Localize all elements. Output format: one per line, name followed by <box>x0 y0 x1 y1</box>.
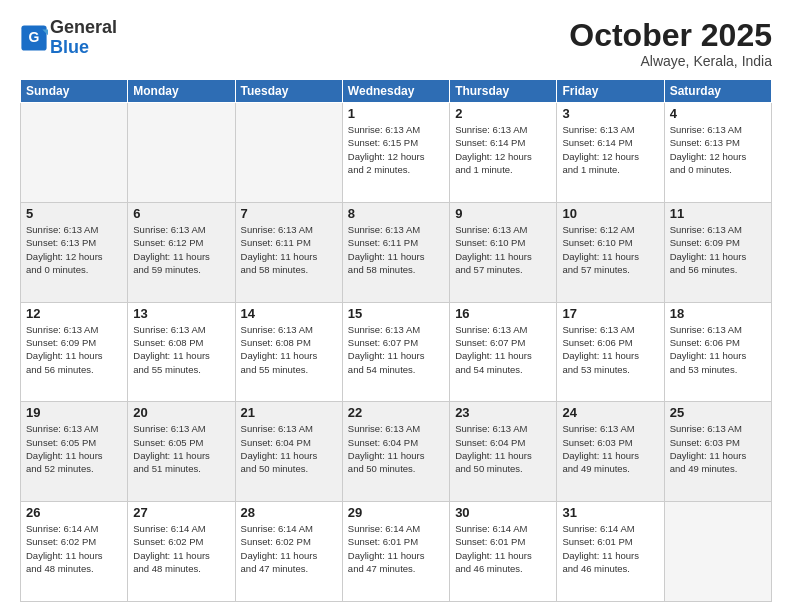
day-number: 29 <box>348 505 444 520</box>
day-number: 16 <box>455 306 551 321</box>
day-info: Sunrise: 6:13 AM Sunset: 6:06 PM Dayligh… <box>562 323 658 376</box>
day-info: Sunrise: 6:13 AM Sunset: 6:06 PM Dayligh… <box>670 323 766 376</box>
day-info: Sunrise: 6:13 AM Sunset: 6:11 PM Dayligh… <box>241 223 337 276</box>
day-info: Sunrise: 6:13 AM Sunset: 6:04 PM Dayligh… <box>455 422 551 475</box>
calendar-cell: 18Sunrise: 6:13 AM Sunset: 6:06 PM Dayli… <box>664 302 771 402</box>
day-number: 13 <box>133 306 229 321</box>
calendar-week-0: 1Sunrise: 6:13 AM Sunset: 6:15 PM Daylig… <box>21 103 772 203</box>
calendar-cell: 26Sunrise: 6:14 AM Sunset: 6:02 PM Dayli… <box>21 502 128 602</box>
day-number: 17 <box>562 306 658 321</box>
calendar-cell: 20Sunrise: 6:13 AM Sunset: 6:05 PM Dayli… <box>128 402 235 502</box>
logo-blue: Blue <box>50 37 89 57</box>
header-sunday: Sunday <box>21 80 128 103</box>
calendar-cell: 2Sunrise: 6:13 AM Sunset: 6:14 PM Daylig… <box>450 103 557 203</box>
calendar-week-1: 5Sunrise: 6:13 AM Sunset: 6:13 PM Daylig… <box>21 202 772 302</box>
calendar-header-row: Sunday Monday Tuesday Wednesday Thursday… <box>21 80 772 103</box>
day-number: 10 <box>562 206 658 221</box>
day-number: 5 <box>26 206 122 221</box>
calendar-cell: 5Sunrise: 6:13 AM Sunset: 6:13 PM Daylig… <box>21 202 128 302</box>
day-number: 6 <box>133 206 229 221</box>
day-number: 12 <box>26 306 122 321</box>
header: G General Blue October 2025 Alwaye, Kera… <box>20 18 772 69</box>
calendar: Sunday Monday Tuesday Wednesday Thursday… <box>20 79 772 602</box>
day-info: Sunrise: 6:13 AM Sunset: 6:09 PM Dayligh… <box>670 223 766 276</box>
day-info: Sunrise: 6:13 AM Sunset: 6:13 PM Dayligh… <box>670 123 766 176</box>
day-number: 28 <box>241 505 337 520</box>
calendar-cell: 31Sunrise: 6:14 AM Sunset: 6:01 PM Dayli… <box>557 502 664 602</box>
calendar-cell: 17Sunrise: 6:13 AM Sunset: 6:06 PM Dayli… <box>557 302 664 402</box>
page: G General Blue October 2025 Alwaye, Kera… <box>0 0 792 612</box>
month-title: October 2025 <box>569 18 772 53</box>
day-number: 19 <box>26 405 122 420</box>
calendar-cell: 16Sunrise: 6:13 AM Sunset: 6:07 PM Dayli… <box>450 302 557 402</box>
day-info: Sunrise: 6:13 AM Sunset: 6:12 PM Dayligh… <box>133 223 229 276</box>
day-info: Sunrise: 6:14 AM Sunset: 6:02 PM Dayligh… <box>241 522 337 575</box>
day-info: Sunrise: 6:13 AM Sunset: 6:09 PM Dayligh… <box>26 323 122 376</box>
calendar-cell: 12Sunrise: 6:13 AM Sunset: 6:09 PM Dayli… <box>21 302 128 402</box>
logo: G General Blue <box>20 18 117 58</box>
day-info: Sunrise: 6:13 AM Sunset: 6:14 PM Dayligh… <box>562 123 658 176</box>
day-info: Sunrise: 6:13 AM Sunset: 6:07 PM Dayligh… <box>455 323 551 376</box>
calendar-cell: 7Sunrise: 6:13 AM Sunset: 6:11 PM Daylig… <box>235 202 342 302</box>
calendar-cell: 25Sunrise: 6:13 AM Sunset: 6:03 PM Dayli… <box>664 402 771 502</box>
day-number: 3 <box>562 106 658 121</box>
day-info: Sunrise: 6:14 AM Sunset: 6:02 PM Dayligh… <box>133 522 229 575</box>
day-number: 20 <box>133 405 229 420</box>
day-number: 14 <box>241 306 337 321</box>
day-number: 25 <box>670 405 766 420</box>
day-number: 4 <box>670 106 766 121</box>
day-info: Sunrise: 6:13 AM Sunset: 6:15 PM Dayligh… <box>348 123 444 176</box>
calendar-cell: 15Sunrise: 6:13 AM Sunset: 6:07 PM Dayli… <box>342 302 449 402</box>
calendar-cell: 8Sunrise: 6:13 AM Sunset: 6:11 PM Daylig… <box>342 202 449 302</box>
calendar-cell: 28Sunrise: 6:14 AM Sunset: 6:02 PM Dayli… <box>235 502 342 602</box>
calendar-cell: 19Sunrise: 6:13 AM Sunset: 6:05 PM Dayli… <box>21 402 128 502</box>
day-info: Sunrise: 6:13 AM Sunset: 6:03 PM Dayligh… <box>562 422 658 475</box>
header-saturday: Saturday <box>664 80 771 103</box>
calendar-cell: 13Sunrise: 6:13 AM Sunset: 6:08 PM Dayli… <box>128 302 235 402</box>
day-info: Sunrise: 6:13 AM Sunset: 6:10 PM Dayligh… <box>455 223 551 276</box>
day-info: Sunrise: 6:13 AM Sunset: 6:05 PM Dayligh… <box>133 422 229 475</box>
day-info: Sunrise: 6:13 AM Sunset: 6:07 PM Dayligh… <box>348 323 444 376</box>
calendar-cell: 23Sunrise: 6:13 AM Sunset: 6:04 PM Dayli… <box>450 402 557 502</box>
day-number: 21 <box>241 405 337 420</box>
day-info: Sunrise: 6:12 AM Sunset: 6:10 PM Dayligh… <box>562 223 658 276</box>
day-number: 11 <box>670 206 766 221</box>
calendar-cell: 24Sunrise: 6:13 AM Sunset: 6:03 PM Dayli… <box>557 402 664 502</box>
day-number: 24 <box>562 405 658 420</box>
logo-icon: G <box>20 24 48 52</box>
day-info: Sunrise: 6:13 AM Sunset: 6:04 PM Dayligh… <box>348 422 444 475</box>
day-info: Sunrise: 6:14 AM Sunset: 6:02 PM Dayligh… <box>26 522 122 575</box>
calendar-cell <box>21 103 128 203</box>
calendar-week-2: 12Sunrise: 6:13 AM Sunset: 6:09 PM Dayli… <box>21 302 772 402</box>
calendar-cell: 9Sunrise: 6:13 AM Sunset: 6:10 PM Daylig… <box>450 202 557 302</box>
day-number: 18 <box>670 306 766 321</box>
day-number: 7 <box>241 206 337 221</box>
day-number: 27 <box>133 505 229 520</box>
calendar-cell: 22Sunrise: 6:13 AM Sunset: 6:04 PM Dayli… <box>342 402 449 502</box>
day-number: 15 <box>348 306 444 321</box>
title-block: October 2025 Alwaye, Kerala, India <box>569 18 772 69</box>
day-number: 2 <box>455 106 551 121</box>
calendar-cell: 3Sunrise: 6:13 AM Sunset: 6:14 PM Daylig… <box>557 103 664 203</box>
day-number: 30 <box>455 505 551 520</box>
day-info: Sunrise: 6:13 AM Sunset: 6:03 PM Dayligh… <box>670 422 766 475</box>
svg-text:G: G <box>29 29 40 45</box>
day-number: 26 <box>26 505 122 520</box>
day-info: Sunrise: 6:14 AM Sunset: 6:01 PM Dayligh… <box>562 522 658 575</box>
day-info: Sunrise: 6:13 AM Sunset: 6:08 PM Dayligh… <box>241 323 337 376</box>
calendar-cell <box>235 103 342 203</box>
calendar-cell: 4Sunrise: 6:13 AM Sunset: 6:13 PM Daylig… <box>664 103 771 203</box>
header-thursday: Thursday <box>450 80 557 103</box>
day-info: Sunrise: 6:13 AM Sunset: 6:08 PM Dayligh… <box>133 323 229 376</box>
header-tuesday: Tuesday <box>235 80 342 103</box>
day-info: Sunrise: 6:13 AM Sunset: 6:14 PM Dayligh… <box>455 123 551 176</box>
calendar-cell: 21Sunrise: 6:13 AM Sunset: 6:04 PM Dayli… <box>235 402 342 502</box>
calendar-week-3: 19Sunrise: 6:13 AM Sunset: 6:05 PM Dayli… <box>21 402 772 502</box>
day-info: Sunrise: 6:14 AM Sunset: 6:01 PM Dayligh… <box>455 522 551 575</box>
calendar-cell <box>128 103 235 203</box>
header-friday: Friday <box>557 80 664 103</box>
calendar-cell: 27Sunrise: 6:14 AM Sunset: 6:02 PM Dayli… <box>128 502 235 602</box>
day-number: 1 <box>348 106 444 121</box>
calendar-cell: 29Sunrise: 6:14 AM Sunset: 6:01 PM Dayli… <box>342 502 449 602</box>
calendar-cell: 10Sunrise: 6:12 AM Sunset: 6:10 PM Dayli… <box>557 202 664 302</box>
